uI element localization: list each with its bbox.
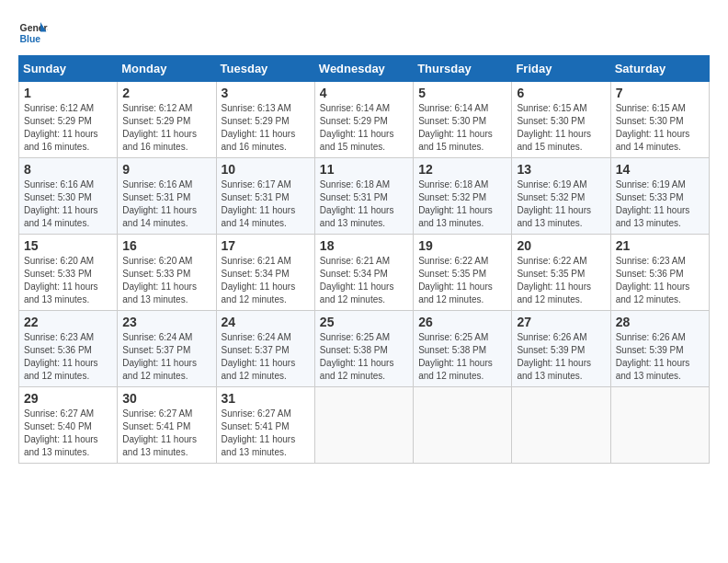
sunrise-label: Sunrise: 6:21 AM bbox=[320, 256, 390, 266]
day-number: 11 bbox=[320, 162, 408, 177]
day-number: 23 bbox=[122, 315, 210, 329]
sunrise-label: Sunrise: 6:15 AM bbox=[517, 103, 586, 113]
calendar-cell: 29 Sunrise: 6:27 AM Sunset: 5:40 PM Dayl… bbox=[19, 387, 118, 464]
day-info: Sunrise: 6:18 AM Sunset: 5:32 PM Dayligh… bbox=[418, 178, 506, 230]
day-number: 17 bbox=[222, 238, 310, 253]
sunrise-label: Sunrise: 6:23 AM bbox=[24, 332, 94, 342]
calendar-cell: 25 Sunrise: 6:25 AM Sunset: 5:38 PM Dayl… bbox=[314, 311, 413, 387]
calendar-cell: 27 Sunrise: 6:26 AM Sunset: 5:39 PM Dayl… bbox=[512, 311, 610, 387]
sunrise-label: Sunrise: 6:15 AM bbox=[616, 103, 686, 113]
day-number: 15 bbox=[24, 238, 112, 253]
sunset-label: Sunset: 5:37 PM bbox=[122, 345, 190, 355]
daylight-label: Daylight: 11 hours and 12 minutes. bbox=[320, 358, 394, 381]
sunset-label: Sunset: 5:31 PM bbox=[222, 192, 290, 202]
daylight-label: Daylight: 11 hours and 12 minutes. bbox=[320, 282, 394, 304]
day-number: 14 bbox=[616, 162, 704, 177]
calendar-cell: 5 Sunrise: 6:14 AM Sunset: 5:30 PM Dayli… bbox=[414, 82, 512, 158]
day-number: 26 bbox=[418, 315, 506, 329]
sunrise-label: Sunrise: 6:23 AM bbox=[616, 256, 686, 266]
calendar-cell: 4 Sunrise: 6:14 AM Sunset: 5:29 PM Dayli… bbox=[314, 82, 413, 158]
day-info: Sunrise: 6:24 AM Sunset: 5:37 PM Dayligh… bbox=[122, 331, 210, 383]
calendar-table: SundayMondayTuesdayWednesdayThursdayFrid… bbox=[18, 55, 710, 464]
day-number: 8 bbox=[24, 162, 112, 177]
day-number: 16 bbox=[122, 238, 210, 253]
sunrise-label: Sunrise: 6:21 AM bbox=[222, 256, 291, 266]
calendar-header-row: SundayMondayTuesdayWednesdayThursdayFrid… bbox=[19, 56, 710, 82]
day-info: Sunrise: 6:15 AM Sunset: 5:30 PM Dayligh… bbox=[517, 102, 605, 154]
daylight-label: Daylight: 11 hours and 13 minutes. bbox=[122, 282, 197, 304]
sunrise-label: Sunrise: 6:20 AM bbox=[24, 256, 94, 266]
daylight-label: Daylight: 11 hours and 16 minutes. bbox=[24, 129, 98, 152]
sunrise-label: Sunrise: 6:24 AM bbox=[222, 332, 291, 342]
calendar-cell: 8 Sunrise: 6:16 AM Sunset: 5:30 PM Dayli… bbox=[19, 158, 118, 235]
calendar-cell bbox=[414, 387, 512, 464]
calendar-cell: 19 Sunrise: 6:22 AM Sunset: 5:35 PM Dayl… bbox=[414, 235, 512, 311]
daylight-label: Daylight: 11 hours and 15 minutes. bbox=[418, 129, 493, 152]
day-info: Sunrise: 6:18 AM Sunset: 5:31 PM Dayligh… bbox=[320, 178, 408, 230]
day-info: Sunrise: 6:24 AM Sunset: 5:37 PM Dayligh… bbox=[222, 331, 310, 383]
sunset-label: Sunset: 5:39 PM bbox=[517, 345, 585, 355]
day-info: Sunrise: 6:23 AM Sunset: 5:36 PM Dayligh… bbox=[24, 331, 112, 383]
day-number: 5 bbox=[418, 86, 506, 100]
day-number: 20 bbox=[517, 238, 605, 253]
sunrise-label: Sunrise: 6:25 AM bbox=[320, 332, 390, 342]
sunset-label: Sunset: 5:30 PM bbox=[517, 116, 585, 126]
weekday-header-thursday: Thursday bbox=[414, 56, 512, 82]
sunset-label: Sunset: 5:36 PM bbox=[616, 269, 684, 279]
day-number: 4 bbox=[320, 86, 408, 100]
sunset-label: Sunset: 5:29 PM bbox=[222, 116, 290, 126]
day-info: Sunrise: 6:13 AM Sunset: 5:29 PM Dayligh… bbox=[222, 102, 310, 154]
sunrise-label: Sunrise: 6:26 AM bbox=[616, 332, 686, 342]
sunset-label: Sunset: 5:35 PM bbox=[418, 269, 486, 279]
sunset-label: Sunset: 5:32 PM bbox=[517, 192, 585, 202]
sunrise-label: Sunrise: 6:12 AM bbox=[24, 103, 94, 113]
sunset-label: Sunset: 5:29 PM bbox=[24, 116, 92, 126]
logo: General Blue bbox=[18, 18, 48, 48]
day-info: Sunrise: 6:21 AM Sunset: 5:34 PM Dayligh… bbox=[222, 255, 310, 306]
calendar-cell: 11 Sunrise: 6:18 AM Sunset: 5:31 PM Dayl… bbox=[314, 158, 413, 235]
sunset-label: Sunset: 5:38 PM bbox=[418, 345, 486, 355]
day-number: 28 bbox=[616, 315, 704, 329]
daylight-label: Daylight: 11 hours and 16 minutes. bbox=[122, 129, 197, 152]
sunrise-label: Sunrise: 6:19 AM bbox=[517, 179, 586, 190]
calendar-cell: 9 Sunrise: 6:16 AM Sunset: 5:31 PM Dayli… bbox=[118, 158, 216, 235]
sunset-label: Sunset: 5:33 PM bbox=[122, 269, 190, 279]
daylight-label: Daylight: 11 hours and 13 minutes. bbox=[517, 358, 591, 381]
sunset-label: Sunset: 5:40 PM bbox=[24, 421, 92, 431]
day-info: Sunrise: 6:12 AM Sunset: 5:29 PM Dayligh… bbox=[24, 102, 112, 154]
sunrise-label: Sunrise: 6:12 AM bbox=[122, 103, 192, 113]
calendar-cell: 21 Sunrise: 6:23 AM Sunset: 5:36 PM Dayl… bbox=[610, 235, 709, 311]
calendar-cell: 24 Sunrise: 6:24 AM Sunset: 5:37 PM Dayl… bbox=[216, 311, 314, 387]
calendar-cell: 17 Sunrise: 6:21 AM Sunset: 5:34 PM Dayl… bbox=[216, 235, 314, 311]
day-number: 18 bbox=[320, 238, 408, 253]
calendar-cell: 2 Sunrise: 6:12 AM Sunset: 5:29 PM Dayli… bbox=[118, 82, 216, 158]
day-info: Sunrise: 6:23 AM Sunset: 5:36 PM Dayligh… bbox=[616, 255, 704, 306]
daylight-label: Daylight: 11 hours and 15 minutes. bbox=[320, 129, 394, 152]
day-number: 3 bbox=[222, 86, 310, 100]
day-number: 31 bbox=[222, 391, 310, 406]
day-number: 1 bbox=[24, 86, 112, 100]
day-info: Sunrise: 6:27 AM Sunset: 5:40 PM Dayligh… bbox=[24, 408, 112, 459]
sunset-label: Sunset: 5:39 PM bbox=[616, 345, 684, 355]
daylight-label: Daylight: 11 hours and 12 minutes. bbox=[222, 358, 296, 381]
calendar-cell bbox=[610, 387, 709, 464]
day-number: 29 bbox=[24, 391, 112, 406]
daylight-label: Daylight: 11 hours and 14 minutes. bbox=[616, 129, 690, 152]
daylight-label: Daylight: 11 hours and 12 minutes. bbox=[24, 358, 98, 381]
calendar-cell: 10 Sunrise: 6:17 AM Sunset: 5:31 PM Dayl… bbox=[216, 158, 314, 235]
day-info: Sunrise: 6:21 AM Sunset: 5:34 PM Dayligh… bbox=[320, 255, 408, 306]
calendar-cell: 3 Sunrise: 6:13 AM Sunset: 5:29 PM Dayli… bbox=[216, 82, 314, 158]
weekday-header-sunday: Sunday bbox=[19, 56, 118, 82]
day-info: Sunrise: 6:20 AM Sunset: 5:33 PM Dayligh… bbox=[122, 255, 210, 306]
day-number: 12 bbox=[418, 162, 506, 177]
sunrise-label: Sunrise: 6:22 AM bbox=[517, 256, 586, 266]
sunset-label: Sunset: 5:41 PM bbox=[122, 421, 190, 431]
sunrise-label: Sunrise: 6:25 AM bbox=[418, 332, 488, 342]
calendar-cell: 6 Sunrise: 6:15 AM Sunset: 5:30 PM Dayli… bbox=[512, 82, 610, 158]
daylight-label: Daylight: 11 hours and 13 minutes. bbox=[24, 434, 98, 457]
calendar-cell bbox=[512, 387, 610, 464]
weekday-header-monday: Monday bbox=[118, 56, 216, 82]
calendar-cell: 16 Sunrise: 6:20 AM Sunset: 5:33 PM Dayl… bbox=[118, 235, 216, 311]
daylight-label: Daylight: 11 hours and 13 minutes. bbox=[616, 358, 690, 381]
day-info: Sunrise: 6:27 AM Sunset: 5:41 PM Dayligh… bbox=[222, 408, 310, 459]
